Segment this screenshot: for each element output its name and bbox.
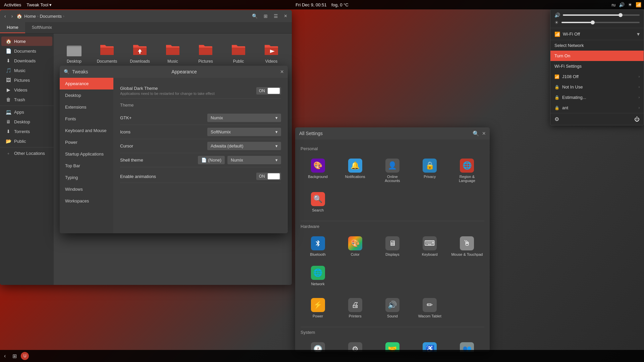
settings-wacom[interactable]: ✏ Wacom Tablet: [413, 295, 447, 321]
sidebar-item-home[interactable]: 🏠 Home: [1, 37, 52, 46]
cursor-dropdown[interactable]: Adwaita (default) ▾: [207, 142, 281, 150]
tweaks-nav-windows[interactable]: Windows: [60, 183, 113, 195]
file-item-downloads[interactable]: Downloads: [125, 39, 155, 66]
settings-printers[interactable]: 🖨 Printers: [338, 295, 372, 321]
file-item-music[interactable]: Music: [158, 39, 188, 66]
taskbar-back-button[interactable]: ‹: [1, 352, 8, 360]
settings-sound[interactable]: 🔊 Sound: [375, 295, 410, 321]
settings-color[interactable]: 🎨 Color: [338, 233, 372, 260]
fm-back-button[interactable]: ‹: [3, 13, 8, 19]
settings-network[interactable]: 🌐 Network: [301, 262, 335, 289]
tweaks-nav-extensions[interactable]: Extensions: [60, 101, 113, 113]
volume-thumb[interactable]: [619, 13, 623, 17]
settings-region-language[interactable]: 🌐 Region & Language: [450, 155, 484, 186]
settings-keyboard[interactable]: ⌨ Keyboard: [413, 233, 447, 260]
sidebar-item-music[interactable]: 🎵 Music: [1, 66, 52, 75]
tweaks-search-icon[interactable]: 🔍: [64, 69, 69, 74]
file-item-public[interactable]: Public: [223, 39, 254, 66]
brightness-thumb[interactable]: [591, 20, 595, 24]
displays-label: Displays: [385, 252, 399, 256]
settings-mouse-touchpad[interactable]: 🖱 Mouse & Touchpad: [450, 233, 484, 260]
global-dark-theme-toggle[interactable]: ON: [256, 87, 281, 95]
settings-search[interactable]: 🔍 Search: [301, 189, 335, 216]
sidebar-item-videos[interactable]: ▶ Videos: [1, 85, 52, 95]
wifi-settings-item[interactable]: Wi-Fi Settings: [550, 61, 644, 71]
animations-toggle[interactable]: ON: [256, 173, 281, 180]
videos-icon: ▶: [5, 87, 11, 93]
sidebar-item-torrents[interactable]: ⬇ Torrents: [1, 127, 52, 136]
fm-grid-button[interactable]: ⊞: [262, 13, 270, 19]
settings-online-accounts[interactable]: 👤 OnlineAccounts: [375, 155, 410, 186]
tweaks-nav-workspaces[interactable]: Workspaces: [60, 195, 113, 207]
shell-none-icon: 📄: [201, 158, 207, 163]
taskbar-avatar[interactable]: U: [21, 352, 29, 360]
tweaks-nav-keyboard-mouse[interactable]: Keyboard and Mouse: [60, 125, 113, 136]
sidebar-item-apps[interactable]: 💻 Apps: [1, 107, 52, 117]
shell-none-badge: 📄 (None): [198, 156, 225, 164]
settings-icon[interactable]: ⚙: [554, 116, 559, 122]
tweaks-nav-topbar[interactable]: Top Bar: [60, 160, 113, 172]
icons-dropdown[interactable]: SoftNumix ▾: [207, 128, 281, 136]
animations-toggle-switch[interactable]: [268, 173, 280, 179]
wifi-turn-on[interactable]: Turn On: [550, 51, 644, 61]
taskbar-workspace-button[interactable]: ⊞: [10, 352, 19, 361]
file-item-pictures[interactable]: Pictures: [191, 39, 221, 66]
sidebar-item-documents[interactable]: 📄 Documents: [1, 46, 52, 56]
settings-divider1: [301, 221, 484, 221]
fm-forward-button[interactable]: ›: [10, 13, 15, 19]
tweaks-nav-desktop[interactable]: Desktop: [60, 89, 113, 101]
trash-icon: 🗑: [5, 97, 11, 102]
breadcrumb-home[interactable]: Home: [24, 14, 36, 19]
fm-close-button[interactable]: ×: [282, 12, 289, 20]
gtk-dropdown[interactable]: Numix ▾: [207, 114, 281, 122]
tweak-tool-button[interactable]: Tweak Tool ▾: [25, 2, 53, 7]
sidebar-item-desktop[interactable]: 🖥 Desktop: [1, 117, 52, 126]
global-dark-theme-sub: Applications need to be restarted for ch…: [120, 92, 215, 96]
power-icon[interactable]: ⏻: [634, 116, 640, 122]
tweaks-nav-appearance[interactable]: Appearance: [60, 78, 113, 89]
fm-search-button[interactable]: 🔍: [250, 13, 260, 19]
sidebar-item-trash[interactable]: 🗑 Trash: [1, 95, 52, 104]
volume-slider[interactable]: [563, 14, 640, 16]
settings-bluetooth[interactable]: Bluetooth: [301, 233, 335, 260]
file-item-desktop[interactable]: Desktop: [59, 39, 89, 66]
wifi-j108[interactable]: 📶 J108 Off ›: [550, 71, 644, 82]
tweaks-nav-startup[interactable]: Startup Applications: [60, 148, 113, 160]
settings-search-icon[interactable]: 🔍: [473, 130, 479, 137]
settings-background[interactable]: 🎨 Background: [301, 155, 335, 186]
tweaks-nav-power[interactable]: Power: [60, 136, 113, 148]
wifi-icon[interactable]: 📶: [636, 2, 641, 7]
sidebar-item-public[interactable]: 📂 Public: [1, 136, 52, 146]
sidebar-item-downloads[interactable]: ⬇ Downloads: [1, 56, 52, 65]
settings-notifications[interactable]: 🔔 Notifications: [338, 155, 372, 186]
brightness-slider[interactable]: [561, 22, 640, 23]
wifi-ant[interactable]: 🔒 ant ›: [550, 103, 644, 113]
toggle-switch[interactable]: [268, 88, 280, 94]
wifi-dropdown-arrow[interactable]: ▾: [637, 31, 640, 37]
settings-privacy[interactable]: 🔒 Privacy: [413, 155, 447, 186]
brightness-icon[interactable]: ☀: [628, 2, 632, 7]
brightness-slider-icon: ☀: [554, 20, 559, 25]
settings-close-button[interactable]: ×: [482, 130, 486, 137]
sidebar-item-pictures[interactable]: 🖼 Pictures: [1, 75, 52, 85]
file-item-videos[interactable]: Videos: [256, 39, 286, 66]
volume-icon[interactable]: 🔊: [619, 2, 625, 7]
wifi-estimating[interactable]: 🔒 Estimating... ›: [550, 92, 644, 103]
tweaks-nav-fonts[interactable]: Fonts: [60, 113, 113, 125]
file-label-desktop: Desktop: [67, 59, 82, 64]
fm-list-button[interactable]: ☰: [272, 13, 280, 19]
breadcrumb-documents[interactable]: Documents: [40, 14, 62, 19]
fm-tab-softnumix[interactable]: SoftNumix: [25, 22, 59, 33]
wifi-select-network[interactable]: Select Network: [550, 40, 644, 51]
tweaks-nav-typing[interactable]: Typing: [60, 172, 113, 183]
file-item-documents[interactable]: Documents: [92, 39, 122, 66]
tweaks-close-button[interactable]: ×: [280, 68, 284, 75]
activities-button[interactable]: Activities: [3, 2, 22, 7]
fm-tab-home[interactable]: Home: [0, 22, 25, 33]
shell-dropdown[interactable]: Numix ▾: [227, 156, 281, 164]
wifi-not-in-use[interactable]: 🔒 Not In Use ›: [550, 82, 644, 92]
sidebar-item-other-locations[interactable]: + Other Locations: [1, 149, 52, 158]
settings-displays[interactable]: 🖥 Displays: [375, 233, 410, 260]
hardware-section-title: Hardware: [301, 224, 484, 229]
settings-power[interactable]: ⚡ Power: [301, 295, 335, 321]
